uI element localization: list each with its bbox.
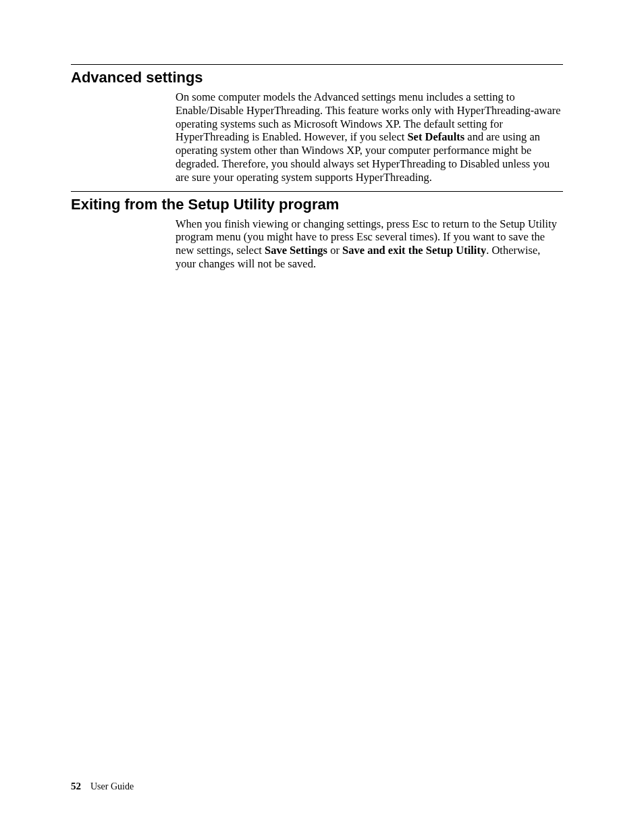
section-rule xyxy=(71,64,563,65)
section-rule xyxy=(71,191,563,192)
page-number: 52 xyxy=(71,781,81,791)
page-footer: 52User Guide xyxy=(71,781,134,792)
footer-title: User Guide xyxy=(90,781,134,791)
bold-save-settings: Save Settings xyxy=(265,244,327,257)
section-exiting-setup-utility: Exiting from the Setup Utility program W… xyxy=(71,191,563,271)
document-page: Advanced settings On some computer model… xyxy=(0,0,644,834)
bold-save-and-exit: Save and exit the Setup Utility xyxy=(342,244,486,257)
text-run: or xyxy=(327,244,342,257)
heading-exiting-setup-utility: Exiting from the Setup Utility program xyxy=(71,196,563,213)
paragraph-exiting-setup-utility: When you finish viewing or changing sett… xyxy=(176,217,563,271)
bold-set-defaults: Set Defaults xyxy=(407,130,464,143)
heading-advanced-settings: Advanced settings xyxy=(71,69,563,86)
paragraph-advanced-settings: On some computer models the Advanced set… xyxy=(176,90,563,184)
section-advanced-settings: Advanced settings On some computer model… xyxy=(71,64,563,184)
